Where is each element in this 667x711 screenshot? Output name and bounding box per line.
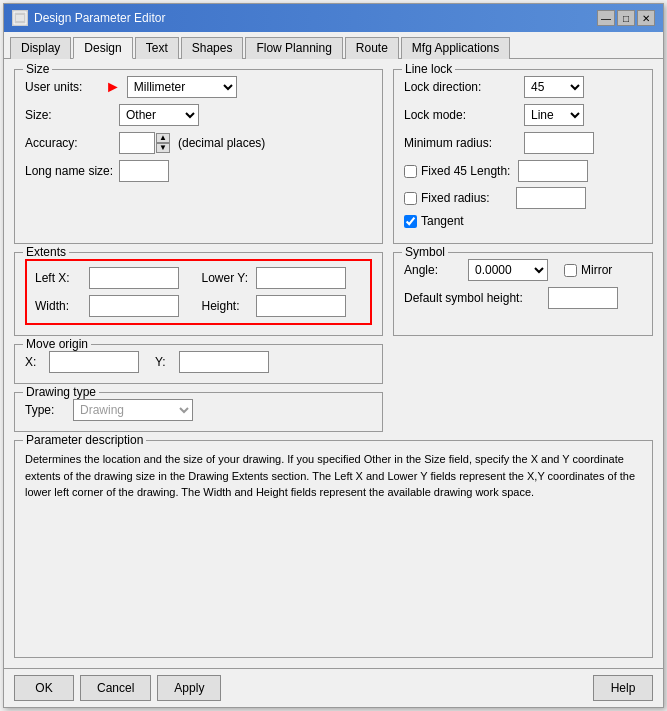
minimize-button[interactable]: —: [597, 10, 615, 26]
lock-mode-row: Lock mode: Line Off: [404, 104, 642, 126]
title-bar: Design Parameter Editor — □ ✕: [4, 4, 663, 32]
height-field: Height: 100.0000: [202, 295, 363, 317]
y-input[interactable]: 0.0000: [179, 351, 269, 373]
tab-flow-planning[interactable]: Flow Planning: [245, 37, 342, 59]
y-label: Y:: [155, 355, 175, 369]
extents-group: Extents Left X: -50.0000 Lower Y: -50.00…: [14, 252, 383, 336]
move-origin-title: Move origin: [23, 337, 91, 351]
fixed45-row: Fixed 45 Length: 0.6350: [404, 160, 642, 182]
bottom-bar: OK Cancel Apply Help: [4, 668, 663, 707]
middle-row: Extents Left X: -50.0000 Lower Y: -50.00…: [14, 252, 653, 336]
default-height-row: Default symbol height: 3.8100: [404, 287, 642, 309]
accuracy-spinner-btns: ▲ ▼: [156, 133, 170, 153]
accuracy-down-btn[interactable]: ▼: [156, 143, 170, 153]
size-group-title: Size: [23, 62, 52, 76]
main-content: Size User units: ► Millimeter Inch Micro…: [4, 59, 663, 668]
user-units-select[interactable]: Millimeter Inch Micron Mil: [127, 76, 237, 98]
accuracy-spinner: 4 ▲ ▼: [119, 132, 170, 154]
long-name-input[interactable]: 31: [119, 160, 169, 182]
min-radius-row: Minimum radius: 0.0000: [404, 132, 642, 154]
left-x-input[interactable]: -50.0000: [89, 267, 179, 289]
help-button[interactable]: Help: [593, 675, 653, 701]
tab-text[interactable]: Text: [135, 37, 179, 59]
lock-mode-select[interactable]: Line Off: [524, 104, 584, 126]
type-label: Type:: [25, 403, 65, 417]
lower-y-input[interactable]: -50.0000: [256, 267, 346, 289]
spacer: [393, 344, 653, 384]
param-desc-text: Determines the location and the size of …: [25, 451, 642, 501]
line-lock-title: Line lock: [402, 62, 455, 76]
fixed45-checkbox[interactable]: [404, 165, 417, 178]
ok-button[interactable]: OK: [14, 675, 74, 701]
tangent-checkbox[interactable]: [404, 215, 417, 228]
left-x-field: Left X: -50.0000: [35, 267, 196, 289]
angle-label: Angle:: [404, 263, 464, 277]
bottom-middle-row: Move origin X: 0.0000 Y: 0.0000: [14, 344, 653, 384]
title-bar-left: Design Parameter Editor: [12, 10, 165, 26]
line-lock-group: Line lock Lock direction: 45 90 Free Loc…: [393, 69, 653, 244]
apply-button[interactable]: Apply: [157, 675, 221, 701]
fixed-radius-row: Fixed radius: 0.6350: [404, 187, 642, 209]
drawing-type-row: Drawing type Type: Drawing Module Packag…: [14, 392, 653, 432]
x-input[interactable]: 0.0000: [49, 351, 139, 373]
window-title: Design Parameter Editor: [34, 11, 165, 25]
tab-mfg-applications[interactable]: Mfg Applications: [401, 37, 510, 59]
size-select[interactable]: Other A B C: [119, 104, 199, 126]
lock-direction-select[interactable]: 45 90 Free: [524, 76, 584, 98]
fixed45-label: Fixed 45 Length:: [421, 164, 510, 178]
default-height-label: Default symbol height:: [404, 291, 544, 305]
mirror-checkbox[interactable]: [564, 264, 577, 277]
tabs-bar: Display Design Text Shapes Flow Planning…: [4, 32, 663, 59]
x-field: X: 0.0000: [25, 351, 139, 373]
height-input[interactable]: 100.0000: [256, 295, 346, 317]
accuracy-input[interactable]: 4: [119, 132, 155, 154]
min-radius-label: Minimum radius:: [404, 136, 524, 150]
type-row: Type: Drawing Module Package Symbol: [25, 399, 372, 421]
drawing-type-group: Drawing type Type: Drawing Module Packag…: [14, 392, 383, 432]
angle-row: Angle: 0.0000 45.0000 90.0000 Mirror: [404, 259, 642, 281]
fixed-radius-label: Fixed radius:: [421, 191, 490, 205]
tab-display[interactable]: Display: [10, 37, 71, 59]
drawing-type-title: Drawing type: [23, 385, 99, 399]
angle-select[interactable]: 0.0000 45.0000 90.0000: [468, 259, 548, 281]
tab-design[interactable]: Design: [73, 37, 132, 59]
lock-direction-row: Lock direction: 45 90 Free: [404, 76, 642, 98]
maximize-button[interactable]: □: [617, 10, 635, 26]
long-name-row: Long name size: 31: [25, 160, 372, 182]
mirror-label: Mirror: [581, 263, 612, 277]
lock-direction-label: Lock direction:: [404, 80, 524, 94]
accuracy-label: Accuracy:: [25, 136, 115, 150]
type-select[interactable]: Drawing Module Package Symbol: [73, 399, 193, 421]
tangent-row: Tangent: [404, 214, 642, 228]
tab-shapes[interactable]: Shapes: [181, 37, 244, 59]
tab-route[interactable]: Route: [345, 37, 399, 59]
mirror-row: Mirror: [564, 263, 612, 277]
default-height-input[interactable]: 3.8100: [548, 287, 618, 309]
move-origin-group: Move origin X: 0.0000 Y: 0.0000: [14, 344, 383, 384]
y-field: Y: 0.0000: [155, 351, 269, 373]
accuracy-up-btn[interactable]: ▲: [156, 133, 170, 143]
width-label: Width:: [35, 299, 85, 313]
height-label: Height:: [202, 299, 252, 313]
cancel-button[interactable]: Cancel: [80, 675, 151, 701]
accuracy-row: Accuracy: 4 ▲ ▼ (decimal places): [25, 132, 372, 154]
extents-group-title: Extents: [23, 245, 69, 259]
fixed-radius-checkbox[interactable]: [404, 192, 417, 205]
main-window: Design Parameter Editor — □ ✕ Display De…: [3, 3, 664, 708]
size-row: Size: Other A B C: [25, 104, 372, 126]
user-units-label: User units:: [25, 80, 99, 94]
lower-y-label: Lower Y:: [202, 271, 252, 285]
fixed-radius-input[interactable]: 0.6350: [516, 187, 586, 209]
min-radius-input[interactable]: 0.0000: [524, 132, 594, 154]
user-units-row: User units: ► Millimeter Inch Micron Mil: [25, 76, 372, 98]
app-icon: [12, 10, 28, 26]
width-input[interactable]: 100.0000: [89, 295, 179, 317]
spacer2: [393, 392, 653, 432]
size-group: Size User units: ► Millimeter Inch Micro…: [14, 69, 383, 244]
close-button[interactable]: ✕: [637, 10, 655, 26]
width-field: Width: 100.0000: [35, 295, 196, 317]
top-row: Size User units: ► Millimeter Inch Micro…: [14, 69, 653, 244]
fixed45-input[interactable]: 0.6350: [518, 160, 588, 182]
accuracy-suffix: (decimal places): [178, 136, 265, 150]
left-x-label: Left X:: [35, 271, 85, 285]
